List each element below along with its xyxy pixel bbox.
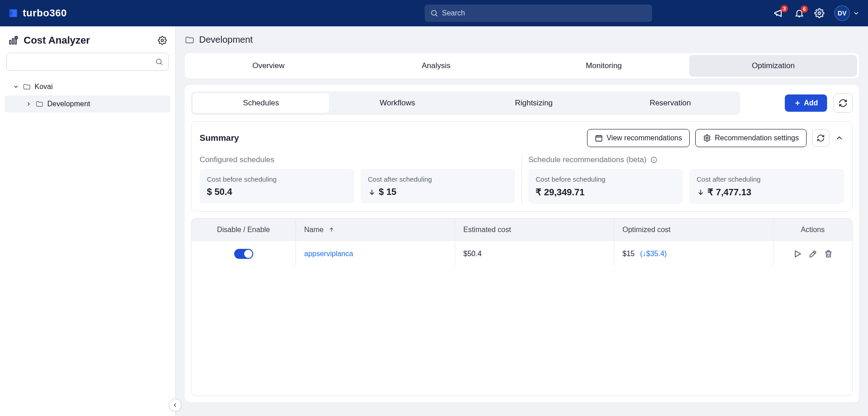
announcements-badge: 3 <box>781 5 788 12</box>
refresh-summary-button[interactable] <box>812 129 829 147</box>
card-label: Cost after scheduling <box>368 175 508 183</box>
global-search[interactable] <box>425 5 652 22</box>
svg-point-1 <box>818 12 821 15</box>
breadcrumb: Development <box>185 35 859 45</box>
card-label: Cost after scheduling <box>697 175 837 183</box>
arrow-down-icon <box>697 188 705 196</box>
edit-button[interactable] <box>808 249 818 258</box>
notifications-badge: 6 <box>801 5 808 13</box>
svg-rect-8 <box>596 136 602 141</box>
page-title: Development <box>199 35 253 45</box>
divider <box>522 155 522 204</box>
plus-icon <box>794 99 801 107</box>
th-name[interactable]: Name <box>296 218 455 241</box>
gear-icon <box>703 134 711 142</box>
table-header: Disable / Enable Name Estimated cost Opt… <box>191 218 852 241</box>
enable-toggle[interactable] <box>234 249 253 259</box>
sidebar-search[interactable] <box>6 53 169 71</box>
svg-rect-3 <box>12 39 14 44</box>
optimization-panel: Schedules Workflows Rightsizing Reservat… <box>185 85 859 402</box>
card-label: Cost before scheduling <box>536 175 676 183</box>
sidebar: Cost Analyzer Kovai <box>0 26 176 416</box>
summary-section: Summary View recommendations Recommendat… <box>191 121 853 212</box>
subtab-reservation[interactable]: Reservation <box>602 93 738 113</box>
add-button[interactable]: Add <box>785 94 827 112</box>
collapse-sidebar-button[interactable] <box>169 399 181 411</box>
table-row: appserviplanca $50.4 $15 (↓$35.4) <box>191 241 852 266</box>
tree-item-kovai[interactable]: Kovai <box>5 78 171 95</box>
card-value-text: ₹ 7,477.13 <box>707 187 751 198</box>
card-value: ₹ 7,477.13 <box>697 187 837 198</box>
notifications-button[interactable]: 6 <box>794 8 804 18</box>
tab-optimization[interactable]: Optimization <box>689 55 857 77</box>
th-toggle[interactable]: Disable / Enable <box>191 218 296 241</box>
configured-schedules-title: Configured schedules <box>200 155 515 164</box>
tab-monitoring[interactable]: Monitoring <box>520 53 688 79</box>
sub-tabs: Schedules Workflows Rightsizing Reservat… <box>191 91 740 115</box>
brand-name: turbo360 <box>23 7 67 19</box>
announcements-button[interactable]: 3 <box>773 8 784 19</box>
subtab-workflows[interactable]: Workflows <box>329 93 466 113</box>
user-menu[interactable]: DV <box>834 5 860 21</box>
card-label: Cost before scheduling <box>207 175 347 183</box>
th-actions: Actions <box>773 218 852 241</box>
main-tabs: Overview Analysis Monitoring Optimizatio… <box>185 53 859 79</box>
search-icon <box>430 9 438 17</box>
subtab-rightsizing[interactable]: Rightsizing <box>466 93 602 113</box>
search-icon <box>155 58 163 66</box>
svg-rect-2 <box>10 40 11 44</box>
refresh-button[interactable] <box>833 94 853 113</box>
svg-point-9 <box>706 137 708 139</box>
info-icon[interactable] <box>650 156 657 163</box>
th-name-label: Name <box>304 226 324 234</box>
view-recommendations-button[interactable]: View recommendations <box>587 129 690 147</box>
delete-button[interactable] <box>824 249 833 258</box>
sidebar-title: Cost Analyzer <box>8 35 90 46</box>
schedules-table: Disable / Enable Name Estimated cost Opt… <box>191 218 853 396</box>
savings-value: (↓$35.4) <box>640 250 667 258</box>
avatar-initials: DV <box>838 10 846 17</box>
subtab-schedules[interactable]: Schedules <box>193 93 329 113</box>
recommendation-settings-button[interactable]: Recommendation settings <box>695 129 807 147</box>
collapse-summary-button[interactable] <box>835 134 844 143</box>
sidebar-search-input[interactable] <box>6 53 169 71</box>
svg-point-6 <box>161 40 164 42</box>
summary-title: Summary <box>200 133 239 143</box>
tab-overview[interactable]: Overview <box>185 53 352 79</box>
cost-analyzer-icon <box>8 35 19 46</box>
run-button[interactable] <box>793 249 802 258</box>
sort-asc-icon <box>328 227 335 233</box>
card-cost-after-recommended: Cost after scheduling ₹ 7,477.13 <box>689 169 844 204</box>
settings-button[interactable] <box>814 8 824 18</box>
schedule-recommendations-title: Schedule recommendations (beta) <box>528 155 844 164</box>
top-bar: turbo360 3 6 DV <box>0 0 868 26</box>
tree-label: Kovai <box>35 83 53 91</box>
card-cost-before-configured: Cost before scheduling $ 50.4 <box>200 169 354 203</box>
arrow-down-icon <box>368 188 376 196</box>
th-estimated[interactable]: Estimated cost <box>455 218 614 241</box>
logo-icon <box>8 8 18 18</box>
tree-label: Development <box>47 100 90 108</box>
estimated-cost: $50.4 <box>463 250 482 258</box>
card-value: $ 50.4 <box>207 187 347 197</box>
view-recommendations-label: View recommendations <box>607 134 682 142</box>
th-optimized[interactable]: Optimized cost <box>614 218 773 241</box>
folder-icon <box>35 100 44 108</box>
sidebar-settings-button[interactable] <box>158 36 167 45</box>
add-button-label: Add <box>804 99 818 107</box>
chevron-down-icon <box>13 84 19 90</box>
schedule-name-link[interactable]: appserviplanca <box>304 250 353 258</box>
tree-item-development[interactable]: Development <box>5 95 171 113</box>
folder-icon <box>23 83 31 91</box>
card-cost-before-recommended: Cost before scheduling ₹ 29,349.71 <box>528 169 683 204</box>
search-input[interactable] <box>425 5 652 22</box>
svg-point-7 <box>156 59 161 64</box>
avatar: DV <box>834 5 850 21</box>
card-value: ₹ 29,349.71 <box>536 187 676 198</box>
chevron-down-icon <box>853 10 860 17</box>
col-title-text: Schedule recommendations (beta) <box>528 155 647 164</box>
recommendation-settings-label: Recommendation settings <box>715 134 799 142</box>
tab-analysis[interactable]: Analysis <box>352 53 520 79</box>
chevron-right-icon <box>25 101 32 107</box>
folder-icon <box>185 35 195 45</box>
